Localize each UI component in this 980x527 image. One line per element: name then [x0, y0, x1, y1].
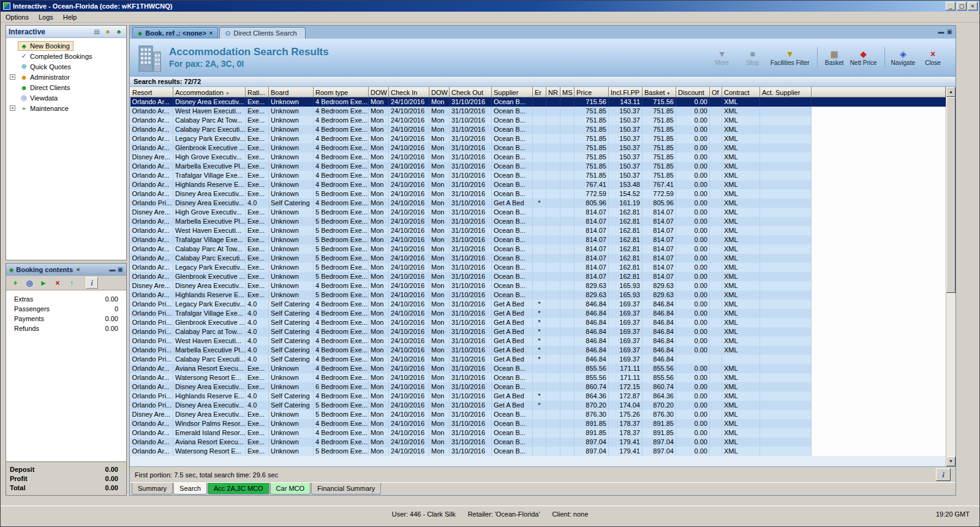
table-row[interactable]: Orlando Ar...Aviana Resort Execu...Exe..… — [130, 364, 946, 373]
column-header-resort[interactable]: Resort — [130, 88, 173, 97]
column-header-discount[interactable]: Discount — [676, 88, 710, 97]
column-header-board[interactable]: Board — [269, 88, 314, 97]
column-header-price[interactable]: Price — [575, 88, 609, 97]
tabgroup-restore-button[interactable]: ▣ — [947, 28, 952, 36]
table-row[interactable]: Orlando Ar...Legacy Park Executiv...Exe.… — [130, 134, 946, 143]
tab-financial-summary[interactable]: Financial Summary — [311, 483, 381, 495]
more-button[interactable]: ▼ More — [707, 47, 737, 68]
booking-restore-button[interactable]: ▣ — [118, 266, 123, 273]
column-header-accommodation[interactable]: Accommodation▼ — [173, 88, 246, 97]
panel-palm-yellow-button[interactable]: ♣ — [103, 28, 113, 36]
column-header-basket[interactable]: Basket▼ — [643, 88, 676, 97]
table-row[interactable]: Orlando Pri...Calabay Parc Executi...4.0… — [130, 355, 946, 364]
expand-icon[interactable]: + — [10, 74, 15, 80]
sidebar-item-direct-clients[interactable]: ☻ Direct Clients — [6, 82, 126, 93]
sidebar-item-administrator[interactable]: + ☻ Administrator — [6, 72, 126, 82]
booking-add-button[interactable]: + — [9, 277, 21, 289]
table-row[interactable]: Orlando Ar...Emerald Island Resor...Exe.… — [130, 428, 946, 438]
table-row[interactable]: Orlando Ar...Calabay Parc Executi...Exe.… — [130, 125, 946, 134]
table-row[interactable]: Disney Are...High Grove Executiv...Exe..… — [130, 153, 946, 162]
table-row[interactable]: Orlando Ar...Trafalgar Village Exe...Exe… — [130, 235, 946, 245]
table-row[interactable]: Orlando Ar...Watersong Resort E...Exe...… — [130, 373, 946, 382]
column-header-check-out[interactable]: Check Out — [450, 88, 492, 97]
table-row[interactable]: Orlando Pri...Legacy Park Executiv...4.0… — [130, 300, 946, 309]
table-row[interactable]: Disney Are...Disney Area Executiv...Exe.… — [130, 410, 946, 419]
table-row[interactable]: Orlando Pri...Glenbrook Executive ...4.0… — [130, 318, 946, 327]
table-row[interactable]: Orlando Ar...Trafalgar Village Exe...Exe… — [130, 171, 946, 180]
scroll-up-icon[interactable]: ▲ — [946, 87, 956, 97]
tab-search[interactable]: Search — [173, 483, 207, 495]
scrollbar-thumb[interactable] — [946, 97, 956, 293]
sidebar-item-new-booking[interactable]: ♣ New Booking — [6, 40, 126, 51]
table-row[interactable]: Orlando Pri...Calabay Parc at Tow...4.0S… — [130, 327, 946, 336]
table-row[interactable]: Orlando Ar...Marbella Executive Pl...Exe… — [130, 217, 946, 226]
navigate-button[interactable]: ◈ Navigate — [884, 47, 918, 68]
column-header-check-in[interactable]: Check In — [389, 88, 429, 97]
table-row[interactable]: Orlando Ar...Calabay Parc At Tow...Exe..… — [130, 116, 946, 125]
close-button[interactable]: × — [968, 2, 978, 10]
column-header-room-type[interactable]: Room type — [314, 88, 369, 97]
nett-price-button[interactable]: ◆ Nett Price — [848, 47, 880, 68]
booking-close-icon[interactable]: × — [77, 267, 80, 273]
column-header-act-supplier[interactable]: Act. Supplier — [760, 88, 812, 97]
minimize-button[interactable]: _ — [946, 2, 956, 10]
table-row[interactable]: Orlando Ar...West Haven Executi...Exe...… — [130, 226, 946, 235]
column-header-of[interactable]: Of — [710, 88, 722, 97]
table-row[interactable]: Orlando Ar...Highlands Reserve E...Exe..… — [130, 180, 946, 189]
booking-up-button[interactable]: ↑ — [66, 277, 78, 289]
table-row[interactable]: Orlando Ar...Aviana Resort Execu...Exe..… — [130, 438, 946, 447]
maximize-button[interactable]: ▢ — [957, 2, 967, 10]
table-row[interactable]: Orlando Ar...Glenbrook Executive ...Exe.… — [130, 272, 946, 281]
booking-info-button[interactable]: i — [86, 277, 98, 289]
table-row[interactable]: Orlando Pri...Highlands Reserve E...4.0S… — [130, 392, 946, 401]
column-header-supplier[interactable]: Supplier — [492, 88, 533, 97]
table-row[interactable]: Orlando Pri...Marbella Executive Pl...4.… — [130, 346, 946, 355]
table-row[interactable]: Orlando Ar...Watersong Resort E...Exe...… — [130, 447, 946, 456]
panel-layout-button[interactable]: ▤ — [92, 28, 102, 36]
booking-contents-row[interactable]: Payments 0.00 — [6, 314, 126, 324]
booking-delete-button[interactable]: × — [51, 277, 64, 289]
table-row[interactable]: Orlando Pri...West Haven Executi...4.0Se… — [130, 336, 946, 346]
booking-contents-row[interactable]: Refunds 0.00 — [6, 324, 126, 333]
table-row[interactable]: Orlando Pri...Disney Area Executiv...4.0… — [130, 401, 946, 410]
table-row[interactable]: Disney Are...Disney Area Executiv...Exe.… — [130, 281, 946, 290]
column-header-rati-[interactable]: Rati... — [246, 88, 269, 97]
logs-menu[interactable]: Logs — [34, 12, 58, 22]
close-view-button[interactable]: × Close — [918, 47, 948, 68]
table-row[interactable]: Orlando Ar...Glenbrook Executive ...Exe.… — [130, 143, 946, 153]
table-row[interactable]: Orlando Pri...Disney Area Executiv...4.0… — [130, 199, 946, 208]
sidebar-item-quick-quotes[interactable]: ⊕ Quick Quotes — [6, 61, 126, 72]
filter-funnel-icon[interactable]: ▼ — [225, 91, 230, 96]
facilities-filter-button[interactable]: ▼ Facilities Filter — [768, 47, 812, 68]
column-header-dow[interactable]: DOW — [369, 88, 389, 97]
column-header-dow[interactable]: DOW — [429, 88, 450, 97]
table-row[interactable]: Orlando Ar...Disney Area Executiv...Exe.… — [130, 382, 946, 392]
booking-contents-row[interactable]: Extras 0.00 — [6, 294, 126, 304]
table-row[interactable]: Orlando Ar...Disney Area Executiv...Exe.… — [130, 189, 946, 199]
tab-close-icon[interactable]: × — [209, 30, 213, 36]
booking-minimize-button[interactable]: ▬ — [110, 266, 116, 273]
table-row[interactable]: Orlando Ar...Marbella Executive Pl...Exe… — [130, 162, 946, 171]
table-row[interactable]: Orlando Pri...Trafalgar Village Exe...4.… — [130, 309, 946, 318]
tab-booking-ref[interactable]: ♣ Book. ref .: <none> × — [132, 27, 218, 39]
panel-palm-green-button[interactable]: ♣ — [114, 28, 124, 36]
column-header-nr[interactable]: NR — [546, 88, 560, 97]
stop-button[interactable]: ■ Stop — [737, 47, 768, 68]
info-button[interactable]: i — [936, 468, 951, 481]
column-header-contract[interactable]: Contract — [722, 88, 760, 97]
expand-icon[interactable]: + — [10, 105, 15, 111]
booking-globe-button[interactable]: ◎ — [23, 277, 36, 289]
tab-summary[interactable]: Summary — [132, 483, 173, 495]
column-header-ms[interactable]: MS — [560, 88, 575, 97]
tab-direct-clients-search[interactable]: ⊙ Direct Clients Search — [219, 27, 306, 39]
table-row[interactable]: Orlando Ar...Calabay Parc At Tow...Exe..… — [130, 245, 946, 254]
table-row[interactable]: Orlando Ar...Legacy Park Executiv...Exe.… — [130, 263, 946, 272]
options-menu[interactable]: Options — [1, 12, 34, 22]
table-row[interactable]: Orlando Ar...West Haven Executi...Exe...… — [130, 107, 946, 116]
column-header-incl-fl-pp[interactable]: Incl.Fl.PP — [609, 88, 643, 97]
table-row[interactable]: Orlando Ar...Windsor Palms Resor...Exe..… — [130, 419, 946, 428]
tab-car-mco[interactable]: Car MCO — [270, 483, 311, 495]
tab-acc-2a3c-mco[interactable]: Acc 2A,3C MCO — [208, 483, 270, 495]
sidebar-item-viewdata[interactable]: ◎ Viewdata — [6, 93, 126, 103]
table-row[interactable]: Disney Are...High Grove Executiv...Exe..… — [130, 208, 946, 217]
